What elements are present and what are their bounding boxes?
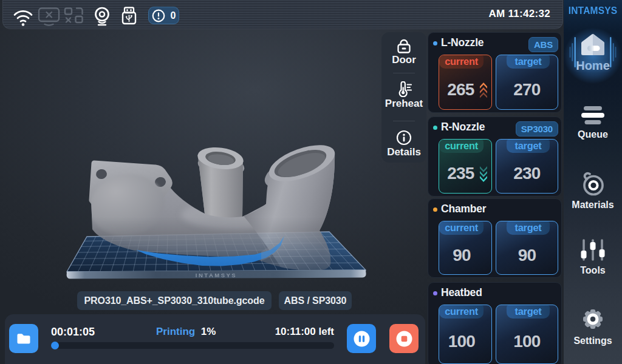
- svg-text:INTAMSYS: INTAMSYS: [196, 272, 237, 278]
